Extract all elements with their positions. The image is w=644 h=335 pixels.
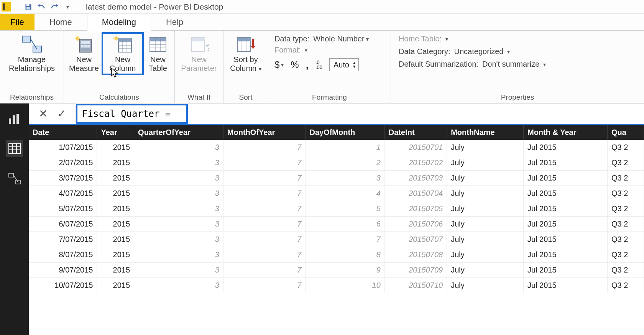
table-cell[interactable]: 2015 (97, 232, 134, 247)
table-cell[interactable]: 2015 (97, 201, 134, 217)
undo-button[interactable] (37, 3, 46, 11)
table-cell[interactable]: 20150708 (384, 247, 447, 263)
table-cell[interactable]: 9 (306, 263, 384, 278)
table-cell[interactable]: 2015 (97, 263, 134, 278)
formula-cancel-button[interactable]: ✕ (37, 107, 49, 120)
tab-help[interactable]: Help (151, 14, 198, 30)
table-cell[interactable]: 2015 (97, 186, 134, 201)
table-cell[interactable]: July (447, 140, 524, 155)
table-cell[interactable]: Q3 2 (608, 278, 644, 293)
manage-relationships-button[interactable]: Manage Relationships (3, 32, 61, 74)
default-summarization-dropdown[interactable]: Default Summarization: Don't summarize ▾ (399, 60, 546, 69)
formula-accept-button[interactable]: ✓ (56, 107, 67, 120)
table-cell[interactable]: 6/07/2015 (29, 217, 97, 232)
table-cell[interactable]: July (447, 232, 524, 247)
table-cell[interactable]: 1/07/2015 (29, 140, 97, 155)
table-cell[interactable]: Jul 2015 (523, 201, 607, 217)
sort-by-column-button[interactable]: Sort by Column ▾ (227, 32, 265, 74)
tab-modeling[interactable]: Modeling (87, 14, 151, 31)
table-cell[interactable]: 3 (134, 171, 223, 186)
table-cell[interactable]: 3 (306, 171, 384, 186)
table-cell[interactable]: 3 (134, 278, 223, 293)
table-cell[interactable]: 4 (306, 186, 384, 201)
currency-format-button[interactable]: $ ▾ (274, 59, 284, 70)
decimal-places-stepper[interactable]: Auto ▲▼ (329, 58, 359, 71)
table-cell[interactable]: 3 (134, 247, 223, 263)
table-cell[interactable]: 7/07/2015 (29, 232, 97, 247)
table-cell[interactable]: 8 (306, 247, 384, 263)
table-cell[interactable]: 7 (223, 217, 306, 232)
table-cell[interactable]: Q3 2 (608, 171, 644, 186)
table-cell[interactable]: 2015 (97, 247, 134, 263)
table-cell[interactable]: 7 (223, 247, 306, 263)
table-cell[interactable]: Jul 2015 (523, 263, 607, 278)
table-cell[interactable]: 7 (223, 263, 306, 278)
table-cell[interactable]: Q3 2 (608, 186, 644, 201)
table-cell[interactable]: 7 (223, 232, 306, 247)
table-cell[interactable]: 3 (134, 186, 223, 201)
table-cell[interactable]: 10 (306, 278, 384, 293)
table-cell[interactable]: 2015 (97, 217, 134, 232)
table-cell[interactable]: 7 (223, 140, 306, 155)
format-dropdown[interactable]: Format: ▾ (274, 46, 369, 54)
table-row[interactable]: 2/07/2015201537220150702JulyJul 2015Q3 2 (29, 155, 644, 171)
data-grid[interactable]: DateYearQuarterOfYearMonthOfYearDayOfMon… (29, 125, 644, 335)
table-cell[interactable]: 1 (306, 140, 384, 155)
table-cell[interactable]: Jul 2015 (523, 186, 607, 201)
table-cell[interactable]: 20150710 (384, 278, 447, 293)
new-column-button[interactable]: New Column (102, 32, 144, 75)
table-cell[interactable]: 7 (223, 186, 306, 201)
table-cell[interactable]: 6 (306, 217, 384, 232)
column-header[interactable]: Year (97, 125, 134, 140)
table-row[interactable]: 6/07/2015201537620150706JulyJul 2015Q3 2 (29, 217, 644, 232)
column-header[interactable]: DateInt (384, 125, 447, 140)
table-cell[interactable]: 20150704 (384, 186, 447, 201)
table-cell[interactable]: 3 (134, 217, 223, 232)
table-cell[interactable]: Jul 2015 (523, 171, 607, 186)
thousands-separator-button[interactable]: , (306, 59, 309, 71)
tab-home[interactable]: Home (34, 14, 87, 30)
table-cell[interactable]: 2 (306, 155, 384, 171)
column-header[interactable]: Qua (608, 125, 644, 140)
table-cell[interactable]: 3/07/2015 (29, 171, 97, 186)
table-cell[interactable]: 2/07/2015 (29, 155, 97, 171)
table-row[interactable]: 8/07/2015201537820150708JulyJul 2015Q3 2 (29, 247, 644, 263)
table-row[interactable]: 7/07/2015201537720150707JulyJul 2015Q3 2 (29, 232, 644, 247)
formula-input[interactable] (82, 108, 182, 119)
table-cell[interactable]: 8/07/2015 (29, 247, 97, 263)
column-header[interactable]: Date (29, 125, 97, 140)
table-row[interactable]: 9/07/2015201537920150709JulyJul 2015Q3 2 (29, 263, 644, 278)
data-type-dropdown[interactable]: Data type: Whole Number▾ (274, 34, 369, 43)
table-cell[interactable]: 2015 (97, 140, 134, 155)
column-header[interactable]: QuarterOfYear (134, 125, 223, 140)
table-cell[interactable]: 20150701 (384, 140, 447, 155)
table-cell[interactable]: Jul 2015 (523, 155, 607, 171)
table-cell[interactable]: 20150707 (384, 232, 447, 247)
table-cell[interactable]: Q3 2 (608, 155, 644, 171)
percent-format-button[interactable]: % (291, 59, 299, 70)
data-category-dropdown[interactable]: Data Category: Uncategorized ▾ (399, 47, 546, 56)
table-cell[interactable]: 3 (134, 201, 223, 217)
data-view-button[interactable] (6, 140, 23, 157)
save-button[interactable] (24, 3, 33, 11)
table-cell[interactable]: 7 (223, 278, 306, 293)
table-cell[interactable]: 10/07/2015 (29, 278, 97, 293)
table-cell[interactable]: Q3 2 (608, 263, 644, 278)
column-header[interactable]: MonthName (447, 125, 524, 140)
table-cell[interactable]: Jul 2015 (523, 278, 607, 293)
report-view-button[interactable] (6, 110, 23, 127)
stepper-down-icon[interactable]: ▼ (352, 65, 356, 69)
table-cell[interactable]: Q3 2 (608, 201, 644, 217)
table-cell[interactable]: July (447, 186, 524, 201)
table-cell[interactable]: 20150705 (384, 201, 447, 217)
column-header[interactable]: MonthOfYear (223, 125, 306, 140)
table-cell[interactable]: July (447, 263, 524, 278)
table-cell[interactable]: 20150702 (384, 155, 447, 171)
table-cell[interactable]: 20150709 (384, 263, 447, 278)
table-cell[interactable]: 9/07/2015 (29, 263, 97, 278)
table-cell[interactable]: July (447, 247, 524, 263)
table-cell[interactable]: 7 (223, 155, 306, 171)
table-cell[interactable]: Q3 2 (608, 232, 644, 247)
table-row[interactable]: 1/07/2015201537120150701JulyJul 2015Q3 2 (29, 140, 644, 155)
table-cell[interactable]: July (447, 155, 524, 171)
